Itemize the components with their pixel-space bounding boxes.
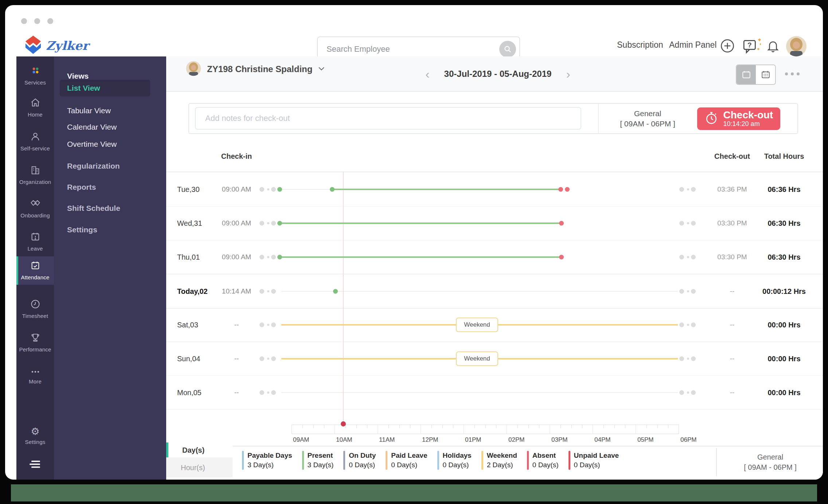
menu-item-list-view[interactable]: List View [60,80,150,97]
table-row[interactable]: Wed,31 09:00 AM 03:30 PM 06:30 Hrs [166,206,823,240]
sidebar-item-more[interactable]: More [16,369,54,385]
attendance-menu-panel: Views List View Tabular View Calendar Vi… [54,56,166,480]
view-toggle [736,64,776,85]
content-toolbar: ZY198 Christine Spalding ‹ 30-Jul-2019 -… [166,56,823,92]
prev-week-button[interactable]: ‹ [425,68,429,80]
checkin-dot [277,221,282,225]
add-icon[interactable] [720,39,735,55]
checkout-dot [559,255,564,259]
trophy-icon [30,332,40,344]
next-week-button[interactable]: › [566,68,570,80]
date-range: 30-Jul-2019 - 05-Aug-2019 [444,69,552,79]
sidebar-item-self-service[interactable]: Self-service [16,131,54,151]
menu-item-reports[interactable]: Reports [67,183,96,192]
month-view-toggle-icon[interactable] [756,65,775,84]
time-axis [292,425,679,434]
legend-item: Payable Days 3 Day(s) [242,451,292,470]
menu-item-regularization[interactable]: Regularization [67,162,120,170]
calendar-check-icon [30,260,40,272]
legend-item: Present 3 Day(s) [302,451,334,470]
checkout-dot [559,221,564,225]
admin-panel-link[interactable]: Admin Panel [669,40,716,50]
menu-item-tabular-view[interactable]: Tabular View [67,106,111,115]
sidebar-item-home[interactable]: Home [16,98,54,118]
checkout-dot [565,187,570,192]
attendance-content: ZY198 Christine Spalding ‹ 30-Jul-2019 -… [166,56,823,480]
menu-item-calendar-view[interactable]: Calendar View [67,123,117,131]
app-window: Zylker Subscription Admin Panel [5,5,823,480]
axis-label: 04PM [594,436,610,444]
work-session-line [332,189,561,190]
logo-mark-icon [25,36,42,55]
sidebar-item-timesheet[interactable]: Timesheet [16,299,54,319]
week-view-toggle-icon[interactable] [737,65,756,84]
person-icon [30,131,40,143]
sidebar-item-services[interactable]: Services [16,66,54,86]
tab-days[interactable]: Day(s) [166,442,233,457]
table-row[interactable]: Mon,05 -- -- 00:00 Hrs [166,375,823,410]
date-navigator: ‹ 30-Jul-2019 - 05-Aug-2019 › [418,56,578,91]
menu-item-overtime-view[interactable]: Overtime View [67,140,117,149]
row-checkin: -- [209,355,264,363]
user-avatar[interactable] [786,36,807,58]
menu-item-shift-schedule[interactable]: Shift Schedule [67,204,120,213]
axis-label: 02PM [508,436,524,444]
sidebar-item-settings[interactable]: ⚙ Settings [16,427,54,445]
chevron-down-icon [318,66,325,72]
column-header-total: Total Hours [745,152,823,161]
legend-color-bar [302,451,304,470]
table-row[interactable]: Sun,04 -- Weekend -- 00:00 Hrs [166,342,823,376]
row-total: 00:00 Hrs [745,354,823,363]
handshake-icon [30,198,40,210]
more-options-icon[interactable] [785,72,800,75]
sidebar-item-attendance[interactable]: Attendance [16,260,54,280]
legend-color-bar [527,451,529,470]
table-row[interactable]: Thu,01 09:00 AM 03:30 PM 06:30 Hrs [166,240,823,274]
tab-hours[interactable]: Hour(s) [166,457,233,477]
sidebar-item-leave[interactable]: Leave [16,232,54,252]
primary-sidebar: Services Home Self-service [16,56,54,480]
column-header-checkin: Check-in [209,152,264,161]
stopwatch-icon [704,111,718,126]
row-day: Mon,05 [177,388,202,397]
notifications-bell-icon[interactable] [766,39,780,55]
table-row[interactable]: Sat,03 -- Weekend -- 00:00 Hrs [166,308,823,342]
legend-item: Paid Leave 0 Day(s) [386,451,427,470]
services-icon [30,66,40,77]
employee-avatar [186,61,201,78]
shift-name: General [757,453,783,461]
legend-color-bar [343,451,345,470]
search-input[interactable] [318,44,499,54]
legend-color-bar [437,451,439,470]
checkout-notes-input[interactable] [195,107,581,130]
sidebar-item-onboarding[interactable]: Onboarding [16,198,54,218]
legend-color-bar [386,451,387,470]
axis-label: 11AM [379,436,395,444]
help-feedback-icon[interactable]: ? ✦ ✦ ✦ [742,37,761,57]
current-time-line [343,172,344,425]
window-dot [21,18,27,24]
sidebar-item-performance[interactable]: Performance [16,332,54,353]
axis-label: 12PM [422,436,438,444]
checkout-button-label: Check-out [723,110,773,120]
row-total: 06:36 Hrs [745,185,823,193]
checkout-button[interactable]: Check-out 10:14:20 am [697,107,780,130]
checkout-panel: General [ 09AM - 06PM ] Check-out 10:14:… [188,103,798,134]
row-checkin: 09:00 AM [209,219,264,227]
collapse-menu-button[interactable] [16,460,54,470]
sidebar-item-organization[interactable]: Organization [16,165,54,185]
table-row[interactable]: Tue,30 09:00 AM 03:36 PM 06:36 Hrs [166,172,823,206]
menu-item-settings[interactable]: Settings [67,225,97,234]
summary-legend: Payable Days 3 Day(s) Present 3 Day(s) O… [242,451,712,470]
checkin-dot [277,255,282,259]
table-row-today[interactable]: Today,02 10:14 AM -- 00:00:12 Hrs [166,274,823,308]
row-checkin: 10:14 AM [209,287,264,295]
desktop-strip [11,484,817,501]
shift-info: General [ 09AM - 06PM ] [598,104,697,133]
employee-selector[interactable]: ZY198 Christine Spalding [186,61,325,78]
row-checkin: -- [209,321,264,329]
logo-text: Zylker [46,39,89,53]
shift-name: General [634,109,661,118]
search-icon[interactable] [499,41,516,58]
subscription-link[interactable]: Subscription [617,40,663,50]
